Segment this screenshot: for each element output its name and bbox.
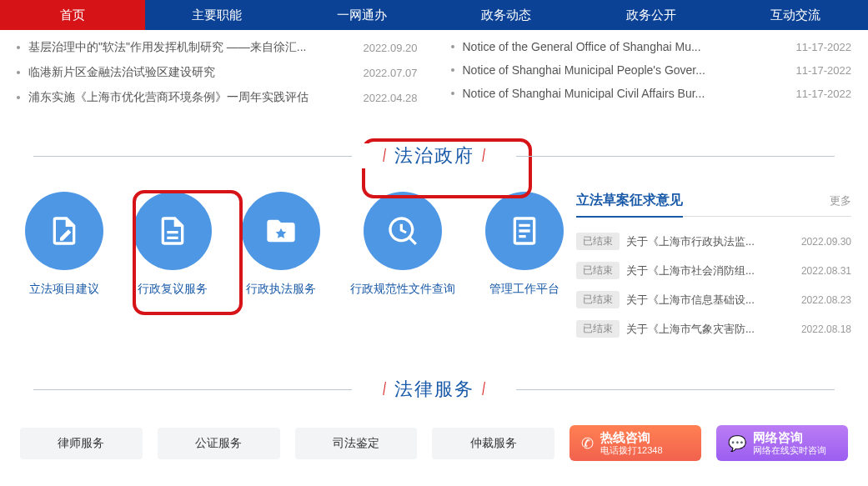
- news-date: 11-17-2022: [796, 41, 852, 53]
- svc-label: 行政复议服务: [138, 282, 208, 297]
- svc-label: 管理工作平台: [489, 282, 559, 297]
- sidebar-opinions: 立法草案征求意见 更多 已结束关于《上海市行政执法监...2022.09.30 …: [576, 192, 851, 343]
- news-row: 基层治理中的"软法"作用发挥机制研究 ——来自徐汇...2022.09.20 临…: [17, 35, 851, 110]
- svc-label: 立法项目建议: [29, 282, 99, 297]
- hotline-sub: 电话拨打12348: [600, 445, 663, 456]
- slash-icon: /: [482, 145, 485, 167]
- news-col-right: Notice of the General Office of Shanghai…: [451, 35, 852, 110]
- news-item[interactable]: 浦东实施《上海市优化营商环境条例》一周年实践评估2022.04.28: [17, 85, 418, 110]
- status-badge: 已结束: [576, 262, 620, 279]
- news-title: 临港新片区金融法治试验区建设研究: [28, 65, 346, 80]
- pill-forensic[interactable]: 司法鉴定: [295, 428, 418, 459]
- bullet-icon: [17, 96, 20, 99]
- svc-enforcement[interactable]: 行政执法服务: [242, 192, 320, 297]
- document-lines-icon: [508, 214, 541, 248]
- side-title: 关于《上海市行政执法监...: [626, 234, 793, 249]
- nav-online[interactable]: 一网通办: [289, 0, 434, 30]
- news-item[interactable]: 基层治理中的"软法"作用发挥机制研究 ——来自徐汇...2022.09.20: [17, 35, 418, 60]
- side-date: 2022.08.23: [801, 294, 851, 306]
- news-date: 11-17-2022: [796, 88, 852, 100]
- side-item[interactable]: 已结束关于《上海市信息基础设...2022.08.23: [576, 285, 851, 314]
- chat-icon: 💬: [728, 434, 746, 453]
- news-date: 2022.04.28: [363, 92, 417, 104]
- service-icons: 立法项目建议 行政复议服务 行政执法服务 行政规范性文件查询 管理工作平台: [17, 192, 564, 297]
- news-date: 2022.09.20: [363, 42, 417, 54]
- side-date: 2022.08.31: [801, 265, 851, 277]
- svc-label: 行政执法服务: [246, 282, 316, 297]
- nav-interact[interactable]: 互动交流: [724, 0, 869, 30]
- bullet-icon: [17, 71, 20, 74]
- clock-search-icon: [386, 214, 419, 248]
- folder-star-icon: [264, 214, 298, 248]
- bullet-icon: [451, 45, 454, 48]
- phone-icon: ✆: [581, 434, 594, 453]
- hotline-main: 网络咨询: [753, 430, 826, 445]
- section-title: /法律服务/: [17, 377, 851, 402]
- hotline-main: 热线咨询: [600, 430, 663, 445]
- news-title: Notice of the General Office of Shanghai…: [463, 40, 780, 53]
- document-icon: [156, 214, 189, 248]
- news-item[interactable]: Notice of Shanghai Municipal Civil Affai…: [451, 82, 852, 105]
- pill-notary[interactable]: 公证服务: [158, 428, 280, 459]
- news-date: 11-17-2022: [796, 64, 852, 77]
- news-item[interactable]: 临港新片区金融法治试验区建设研究2022.07.07: [17, 60, 418, 85]
- svc-regulation-query[interactable]: 行政规范性文件查询: [350, 192, 455, 297]
- status-badge: 已结束: [576, 320, 620, 338]
- section-title: /法治政府/: [17, 143, 851, 168]
- bullet-icon: [17, 46, 20, 49]
- side-item[interactable]: 已结束关于《上海市行政执法监...2022.09.30: [576, 227, 851, 256]
- nav-home[interactable]: 首页: [0, 0, 145, 30]
- side-date: 2022.09.30: [801, 236, 851, 248]
- hotline-online[interactable]: 💬 网络咨询网络在线实时咨询: [716, 425, 848, 461]
- side-date: 2022.08.18: [801, 323, 851, 335]
- section-legal-service: /法律服务/ 律师服务 公证服务 司法鉴定 仲裁服务 ✆ 热线咨询电话拨打123…: [17, 377, 851, 461]
- pill-lawyer[interactable]: 律师服务: [20, 428, 143, 459]
- status-badge: 已结束: [576, 233, 620, 250]
- slash-icon: /: [384, 378, 387, 400]
- svc-label: 行政规范性文件查询: [350, 282, 455, 297]
- side-title: 关于《上海市信息基础设...: [626, 293, 793, 308]
- section-law-gov: /法治政府/ 立法项目建议 行政复议服务 行政执法服务 行政规范性文件查: [17, 143, 851, 343]
- svc-legislation[interactable]: 立法项目建议: [25, 192, 103, 297]
- status-badge: 已结束: [576, 291, 620, 308]
- pill-arbitration[interactable]: 仲裁服务: [432, 428, 554, 459]
- side-title: 关于《上海市社会消防组...: [626, 263, 793, 278]
- bullet-icon: [451, 68, 454, 72]
- bullet-icon: [451, 92, 454, 95]
- side-title: 关于《上海市气象灾害防...: [626, 322, 793, 337]
- hotline-phone[interactable]: ✆ 热线咨询电话拨打12348: [569, 425, 701, 461]
- main-nav: 首页 主要职能 一网通办 政务动态 政务公开 互动交流: [0, 0, 868, 30]
- section-title-text: 法治政府: [394, 145, 474, 166]
- news-title: Notice of Shanghai Municipal Civil Affai…: [463, 87, 780, 100]
- nav-news[interactable]: 政务动态: [434, 0, 580, 30]
- document-edit-icon: [48, 214, 81, 248]
- news-title: 基层治理中的"软法"作用发挥机制研究 ——来自徐汇...: [28, 40, 346, 55]
- slash-icon: /: [384, 145, 387, 167]
- news-item[interactable]: Notice of the General Office of Shanghai…: [451, 35, 852, 58]
- more-link[interactable]: 更多: [830, 193, 851, 208]
- news-title: 浦东实施《上海市优化营商环境条例》一周年实践评估: [28, 90, 346, 105]
- side-item[interactable]: 已结束关于《上海市气象灾害防...2022.08.18: [576, 314, 851, 343]
- svc-platform[interactable]: 管理工作平台: [485, 192, 564, 297]
- news-date: 2022.07.07: [363, 67, 417, 79]
- news-col-left: 基层治理中的"软法"作用发挥机制研究 ——来自徐汇...2022.09.20 临…: [17, 35, 418, 110]
- nav-functions[interactable]: 主要职能: [145, 0, 290, 30]
- section-title-text: 法律服务: [394, 378, 474, 399]
- side-item[interactable]: 已结束关于《上海市社会消防组...2022.08.31: [576, 256, 851, 285]
- svc-reconsideration[interactable]: 行政复议服务: [133, 192, 212, 297]
- sidebar-title: 立法草案征求意见: [576, 192, 683, 218]
- legal-buttons: 律师服务 公证服务 司法鉴定 仲裁服务 ✆ 热线咨询电话拨打12348 💬 网络…: [17, 425, 851, 461]
- slash-icon: /: [482, 378, 485, 400]
- hotline-sub: 网络在线实时咨询: [753, 445, 826, 456]
- news-item[interactable]: Notice of Shanghai Municipal People's Go…: [451, 58, 852, 82]
- nav-open[interactable]: 政务公开: [579, 0, 724, 30]
- news-title: Notice of Shanghai Municipal People's Go…: [463, 63, 780, 77]
